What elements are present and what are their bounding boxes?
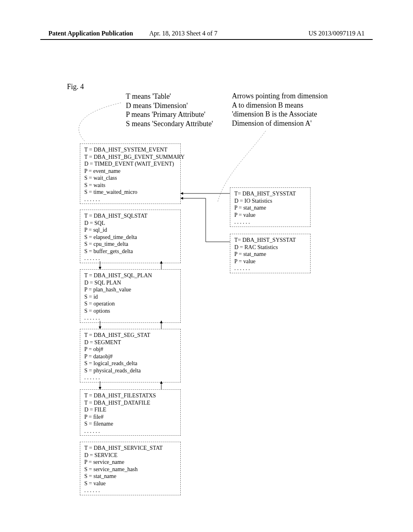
box-line: T = DBA_HIST_SYSTEM_EVENT [84, 146, 176, 154]
legend-line: T means 'Table' [126, 92, 213, 101]
box-line: S = time_waited_micro [84, 189, 176, 196]
box-line: T = DBA_HIST_SEG_STAT [84, 332, 176, 339]
box-line: P = file# [84, 414, 176, 421]
header-date: Apr. 18, 2013 Sheet 4 of 7 [149, 30, 217, 37]
box-line: . . . . . . [234, 265, 306, 272]
box-line: . . . . . . [84, 255, 176, 262]
box-line: D = IO Statistics [234, 197, 306, 205]
box-line: T = DBA_HIST_DATAFILE [84, 399, 176, 407]
box-line: S = waits [84, 182, 176, 189]
box-line: S = operation [84, 300, 176, 308]
box-line: S = cpu_time_delta [84, 241, 176, 248]
box-line: D = SQL PLAN [84, 279, 176, 287]
callout-legend-left [79, 103, 121, 141]
box-line: S = value [84, 480, 176, 487]
box-line: S = service_name_hash [84, 466, 176, 473]
box-line: . . . . . . [234, 218, 306, 226]
legend-line: D means 'Dimension' [126, 101, 213, 110]
box-line: T = DBA_HIST_FILESTATXS [84, 392, 176, 399]
box-sql-plan: T = DBA_HIST_SQL_PLAN D = SQL PLAN P = p… [80, 269, 181, 323]
box-timed-event: T = DBA_HIST_SYSTEM_EVENT T = DBA_HIST_B… [80, 143, 181, 204]
box-line: P = obj# [84, 346, 176, 353]
box-line: P = dataobj# [84, 353, 176, 360]
box-service: T = DBA_HIST_SERVICE_STAT D = SERVICE P … [80, 442, 181, 495]
legend-line: P means 'Primary Attribute' [126, 110, 213, 119]
box-line: D = SERVICE [84, 452, 176, 459]
box-line: P = value [234, 258, 306, 265]
box-line: S = filename [84, 420, 176, 428]
box-line: . . . . . . [84, 487, 176, 494]
box-line: S = id [84, 293, 176, 301]
legend-line: A to dimension B means [232, 101, 357, 110]
box-line: . . . . . . [84, 314, 176, 322]
legend-line: Dimension of dimension A' [232, 119, 357, 128]
legend-left: T means 'Table' D means 'Dimension' P me… [126, 92, 213, 128]
figure-label: Fig. 4 [67, 83, 84, 91]
box-line: . . . . . . [84, 196, 176, 203]
box-line: P = stat_name [234, 204, 306, 212]
box-line: P = event_name [84, 168, 176, 175]
box-file: T = DBA_HIST_FILESTATXS T = DBA_HIST_DAT… [80, 389, 181, 436]
box-line: S = stat_name [84, 473, 176, 480]
header-right: US 2013/0097119 A1 [309, 30, 365, 37]
box-segment: T = DBA_HIST_SEG_STAT D = SEGMENT P = ob… [80, 329, 181, 382]
header-rule [40, 39, 373, 40]
box-line: D = FILE [84, 406, 176, 414]
box-line: D = SQL [84, 220, 176, 227]
box-line: P = value [234, 212, 306, 219]
legend-right: Arrows pointing from dimension A to dime… [232, 91, 357, 128]
box-line: T= DBA_HIST_SYSSTAT [234, 237, 306, 244]
box-sql: T = DBA_HIST_SQLSTAT D = SQL P = sql_id … [80, 210, 181, 263]
box-line: S = buffer_gets_delta [84, 248, 176, 255]
box-rac-stats: T= DBA_HIST_SYSSTAT D = RAC Statistics P… [230, 234, 311, 273]
box-line: P = stat_name [234, 251, 306, 258]
box-line: P = service_name [84, 459, 176, 466]
box-line: D = SEGMENT [84, 339, 176, 346]
box-line: T= DBA_HIST_SYSSTAT [234, 190, 306, 197]
legend-line: 'dimension B is the Associate [232, 110, 357, 119]
box-line: S = logical_reads_delta [84, 360, 176, 367]
box-io-stats: T= DBA_HIST_SYSSTAT D = IO Statistics P … [230, 187, 311, 227]
box-line: T = DBA_HIST_SQLSTAT [84, 212, 176, 220]
legend-line: S means 'Secondary Attribute' [126, 119, 213, 129]
box-line: T = DBA_HIST_BG_EVENT_SUMMARY [84, 154, 176, 161]
box-line: S = wait_class [84, 175, 176, 182]
box-line: P = plan_hash_value [84, 286, 176, 293]
box-line: S = elapsed_time_delta [84, 234, 176, 241]
box-line: T = DBA_HIST_SQL_PLAN [84, 272, 176, 279]
box-line: . . . . . . [84, 428, 176, 435]
box-line: P = sql_id [84, 227, 176, 234]
box-line: T = DBA_HIST_SERVICE_STAT [84, 445, 176, 452]
box-line: S = options [84, 308, 176, 315]
arrow-rac-to-event [181, 198, 230, 242]
header-left: Patent Application Publication [48, 30, 133, 37]
box-line: S = physical_reads_delta [84, 367, 176, 374]
legend-line: Arrows pointing from dimension [232, 91, 357, 101]
diagram-overlay [0, 0, 413, 532]
box-line: D = RAC Statistics [234, 244, 306, 251]
box-line: . . . . . . [84, 374, 176, 381]
box-line: D = TIMED_EVENT (WAIT_EVENT) [84, 160, 176, 168]
